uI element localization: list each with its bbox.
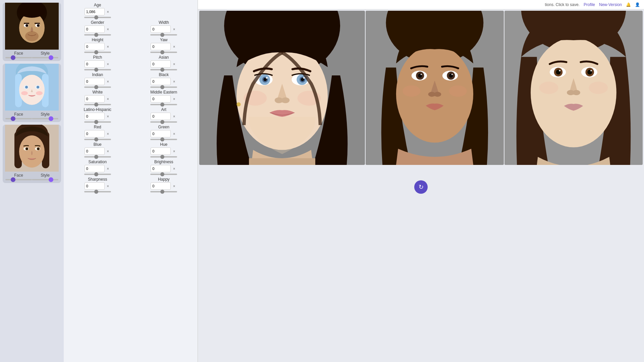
sidebar: Face Style: [0, 0, 64, 362]
blue-slider[interactable]: [84, 156, 111, 158]
happy-slider[interactable]: [150, 191, 177, 192]
main-content: tions. Click to save. Profile New-Versio…: [198, 0, 644, 362]
blue-input[interactable]: [85, 147, 105, 155]
happy-input[interactable]: [151, 182, 171, 190]
face-label-2: Face: [14, 112, 23, 117]
face-card-2[interactable]: Face Style: [3, 64, 61, 122]
brightness-input[interactable]: [151, 165, 171, 172]
black-input[interactable]: [151, 78, 171, 85]
art-slider[interactable]: [150, 121, 177, 123]
black-clear-button[interactable]: ×: [171, 79, 177, 84]
sharpness-slider[interactable]: [84, 191, 111, 192]
face-image-main[interactable]: [199, 11, 365, 165]
white-clear-button[interactable]: ×: [105, 96, 111, 102]
saturation-slider[interactable]: [84, 174, 111, 175]
control-group-gender: Gender ×: [65, 19, 130, 36]
style-slider-1[interactable]: [32, 57, 58, 58]
middle-eastern-clear-button[interactable]: ×: [171, 96, 177, 102]
yaw-slider[interactable]: [150, 52, 177, 53]
face-labels-3: Face Style: [3, 172, 61, 178]
face-label-1: Face: [14, 51, 23, 56]
art-input[interactable]: [151, 113, 171, 120]
brightness-slider[interactable]: [150, 174, 177, 175]
latino-clear-button[interactable]: ×: [105, 114, 111, 119]
width-clear-button[interactable]: ×: [171, 26, 177, 32]
indian-slider[interactable]: [84, 86, 111, 88]
svg-point-49: [236, 102, 240, 106]
style-slider-3[interactable]: [32, 179, 58, 180]
green-input[interactable]: [151, 130, 171, 137]
width-slider[interactable]: [150, 34, 177, 36]
control-group-art: Art ×: [131, 107, 197, 123]
white-slider[interactable]: [84, 104, 111, 105]
black-slider[interactable]: [150, 86, 177, 88]
hue-slider[interactable]: [150, 156, 177, 158]
red-slider[interactable]: [84, 139, 111, 140]
bell-icon[interactable]: 🔔: [626, 2, 631, 7]
asian-input[interactable]: [151, 60, 171, 68]
happy-clear-button[interactable]: ×: [171, 183, 177, 189]
age-clear-button[interactable]: ×: [105, 9, 111, 14]
happy-label: Happy: [158, 177, 170, 182]
height-input[interactable]: [85, 43, 105, 50]
gender-input[interactable]: [85, 25, 105, 33]
face-image-3[interactable]: [504, 11, 643, 165]
svg-point-43: [266, 77, 268, 79]
face-card-3[interactable]: Face Style: [3, 125, 61, 183]
green-slider[interactable]: [150, 139, 177, 140]
hue-clear-button[interactable]: ×: [171, 148, 177, 154]
asian-slider[interactable]: [150, 69, 177, 70]
height-slider[interactable]: [84, 52, 111, 53]
svg-point-6: [37, 24, 40, 27]
latino-slider[interactable]: [84, 121, 111, 123]
profile-link[interactable]: Profile: [584, 2, 595, 7]
control-row-pitch-asian: Pitch × Asian ×: [65, 54, 196, 71]
age-input[interactable]: [85, 8, 105, 15]
sharpness-input[interactable]: [85, 182, 105, 190]
white-input[interactable]: [85, 95, 105, 103]
sharpness-clear-button[interactable]: ×: [105, 183, 111, 189]
svg-point-74: [559, 70, 560, 71]
pitch-slider[interactable]: [84, 69, 111, 70]
control-row-white-me: White × Middle Eastern ×: [65, 89, 196, 106]
saturation-input[interactable]: [85, 165, 105, 172]
blue-clear-button[interactable]: ×: [105, 148, 111, 154]
height-clear-button[interactable]: ×: [105, 44, 111, 49]
svg-point-9: [25, 31, 39, 41]
pitch-input[interactable]: [85, 60, 105, 68]
face-slider-3[interactable]: [5, 179, 32, 180]
new-version-link[interactable]: New-Version: [599, 2, 622, 7]
slider-row-1: [3, 56, 61, 59]
user-icon[interactable]: 👤: [635, 2, 640, 7]
pitch-clear-button[interactable]: ×: [105, 61, 111, 67]
face-slider-2[interactable]: [5, 118, 32, 119]
latino-input[interactable]: [85, 113, 105, 120]
saturation-clear-button[interactable]: ×: [105, 166, 111, 171]
bottom-area: [198, 197, 644, 362]
face-slider-1[interactable]: [5, 57, 32, 58]
art-clear-button[interactable]: ×: [171, 114, 177, 119]
yaw-clear-button[interactable]: ×: [171, 44, 177, 49]
red-clear-button[interactable]: ×: [105, 131, 111, 136]
middle-eastern-input[interactable]: [151, 95, 171, 103]
gender-slider[interactable]: [84, 34, 111, 36]
yaw-input[interactable]: [151, 43, 171, 50]
style-label-1: Style: [41, 51, 50, 56]
style-label-2: Style: [41, 112, 50, 117]
width-input[interactable]: [151, 25, 171, 33]
face-card-1[interactable]: Face Style: [3, 3, 61, 61]
indian-clear-button[interactable]: ×: [105, 79, 111, 84]
brightness-clear-button[interactable]: ×: [171, 166, 177, 171]
red-input[interactable]: [85, 130, 105, 137]
middle-eastern-slider[interactable]: [150, 104, 177, 105]
gender-clear-button[interactable]: ×: [105, 26, 111, 32]
refresh-button[interactable]: ↻: [414, 180, 428, 194]
hue-input[interactable]: [151, 147, 171, 155]
face-image-2[interactable]: [366, 11, 504, 165]
green-clear-button[interactable]: ×: [171, 131, 177, 136]
top-bar: tions. Click to save. Profile New-Versio…: [198, 0, 644, 9]
age-slider[interactable]: [84, 17, 111, 18]
asian-clear-button[interactable]: ×: [171, 61, 177, 67]
indian-input[interactable]: [85, 78, 105, 85]
style-slider-2[interactable]: [32, 118, 58, 119]
